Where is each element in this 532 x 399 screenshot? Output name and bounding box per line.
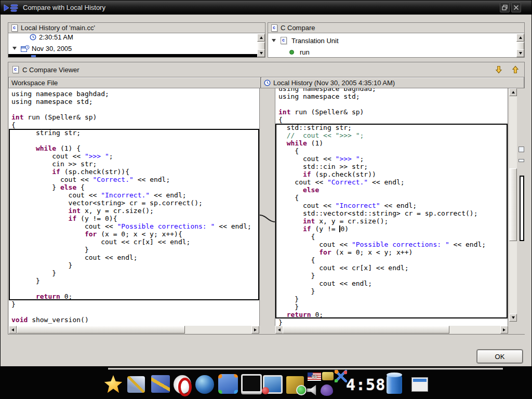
- window-title: Compare with Local History: [23, 4, 105, 11]
- history-tree[interactable]: 2:30:51 AM Nov 30, 2005: [8, 34, 257, 57]
- code-line: } else {: [11, 183, 259, 191]
- code-line: {: [278, 256, 508, 264]
- history-entry-time[interactable]: 2:30:51 AM: [8, 34, 257, 43]
- scroll-up-button[interactable]: [257, 34, 265, 42]
- c-file-icon: c: [271, 24, 277, 32]
- right-arrow-icon: [254, 328, 257, 331]
- up-arrow-icon: [519, 36, 522, 39]
- tree-item-translation-unit[interactable]: c Translation Unit: [268, 35, 516, 46]
- local-history-panel-header: c Local History of 'main.cc': [8, 23, 265, 33]
- history-code-pane[interactable]: using namespace baghdad;using namespace …: [275, 88, 508, 326]
- scrollbar-thumb[interactable]: [283, 326, 449, 334]
- right-arrow-icon: [503, 328, 506, 331]
- network-icon[interactable]: [335, 370, 347, 382]
- code-line: cout << cr[x] << endl;: [278, 264, 508, 272]
- terminal-icon[interactable]: [241, 374, 262, 393]
- scrollbar-thumb[interactable]: [17, 326, 185, 334]
- code-line: for (x = 0; x < y; x++): [278, 248, 508, 256]
- scroll-up-button[interactable]: [516, 34, 524, 42]
- scroll-left-button[interactable]: [275, 326, 283, 334]
- scrollbar-thumb[interactable]: [509, 168, 517, 241]
- code-line: string str;: [11, 129, 259, 137]
- next-difference-button[interactable]: [494, 65, 503, 74]
- trash-icon[interactable]: [387, 374, 402, 394]
- horn-icon[interactable]: [321, 384, 333, 396]
- up-arrow-icon: [260, 36, 263, 39]
- close-button[interactable]: [511, 3, 521, 12]
- clock-icon: [264, 79, 271, 86]
- structure-scrollbar[interactable]: [516, 34, 524, 57]
- code-line: cout << "Possible corrections: " << endl…: [11, 222, 259, 230]
- left-pane-hscrollbar[interactable]: [9, 326, 259, 334]
- code-line: [11, 285, 259, 292]
- code-line: vector<string> cr = sp.correct();: [11, 199, 259, 207]
- restore-button[interactable]: [500, 3, 510, 12]
- compare-viewer-panel: c C Compare Viewer Workspace File Local …: [8, 62, 525, 335]
- code-line: using namespace std;: [278, 92, 508, 100]
- titlebar[interactable]: Compare with Local History: [1, 1, 531, 15]
- window-icon[interactable]: [411, 377, 428, 392]
- chat-icon[interactable]: [218, 374, 238, 394]
- structure-tree[interactable]: c Translation Unit run: [268, 34, 516, 57]
- ok-button[interactable]: OK: [477, 350, 523, 363]
- opera-icon[interactable]: [174, 375, 191, 394]
- code-line: using namespace baghdad;: [278, 88, 508, 92]
- overview-diff-marker[interactable]: [520, 176, 524, 241]
- code-line: if (sp.check(str)): [278, 170, 508, 178]
- code-line: std::cin >> str;: [278, 163, 508, 170]
- history-entry-selected[interactable]: [8, 54, 257, 57]
- code-line: }: [278, 303, 508, 311]
- previous-difference-button[interactable]: [511, 65, 520, 74]
- monitor-icon[interactable]: [263, 375, 283, 394]
- tools-icon[interactable]: [151, 375, 170, 393]
- right-pane-header: Local History (Nov 30, 2005 4:35:10 AM): [261, 77, 524, 88]
- scroll-down-button[interactable]: [516, 49, 524, 57]
- overview-ruler[interactable]: [518, 88, 525, 334]
- scroll-right-button[interactable]: [251, 326, 259, 334]
- scroll-down-button[interactable]: [509, 314, 517, 322]
- launcher-icon[interactable]: [322, 372, 334, 380]
- expander-icon[interactable]: [12, 47, 17, 50]
- history-scrollbar[interactable]: [257, 34, 265, 57]
- package-icon[interactable]: [286, 376, 304, 394]
- panel-title: Local History of 'main.cc': [21, 24, 95, 32]
- drawing-icon[interactable]: [127, 376, 145, 393]
- history-entry-date[interactable]: Nov 30, 2005: [8, 43, 257, 54]
- scroll-down-button[interactable]: [257, 49, 265, 57]
- volume-icon[interactable]: [307, 384, 318, 396]
- restore-icon: [502, 5, 508, 10]
- code-line: cout << ">>> ";: [11, 152, 259, 160]
- code-line: std::vector<std::string> cr = sp.correct…: [278, 209, 508, 217]
- code-line: {: [278, 147, 508, 155]
- right-pane-hscrollbar[interactable]: [275, 326, 508, 334]
- code-line: std::string str;: [278, 124, 508, 131]
- compare-window-icon: [3, 3, 19, 12]
- code-line: cout << "Incorrect." << endl;: [11, 191, 259, 199]
- code-line: }: [278, 295, 508, 303]
- overview-marker[interactable]: [518, 147, 524, 152]
- star-icon[interactable]: [104, 375, 123, 394]
- scroll-left-button[interactable]: [9, 326, 17, 334]
- history-entry-label: 2:30:51 AM: [39, 34, 73, 41]
- scroll-right-button[interactable]: [500, 326, 508, 334]
- code-line: }: [11, 261, 259, 269]
- compare-dialog: Compare with Local History c Local Histo…: [0, 0, 532, 367]
- tree-item-run[interactable]: run: [268, 46, 516, 57]
- code-line: // cout << ">>> ";: [278, 131, 508, 139]
- gold-down-arrow-icon: [495, 65, 503, 74]
- right-pane-scrollbar[interactable]: [509, 88, 517, 322]
- code-line: int run (Speller& sp): [278, 108, 508, 116]
- code-line: {: [278, 194, 508, 202]
- scroll-up-button[interactable]: [509, 88, 517, 96]
- code-line: if (sp.check(str)){: [11, 168, 259, 176]
- code-line: cout << "Correct." << endl;: [11, 176, 259, 183]
- taskbar-clock: 4:58: [346, 376, 385, 394]
- workspace-code-pane[interactable]: using namespace baghdad;using namespace …: [9, 88, 259, 326]
- overview-marker[interactable]: [518, 159, 524, 162]
- flag-icon[interactable]: us: [308, 373, 321, 381]
- code-line: {: [11, 121, 259, 129]
- code-line: cout << endl;: [278, 280, 508, 287]
- code-line: cout << endl;: [11, 254, 259, 261]
- globe-icon[interactable]: [195, 375, 214, 394]
- expander-icon[interactable]: [272, 39, 276, 42]
